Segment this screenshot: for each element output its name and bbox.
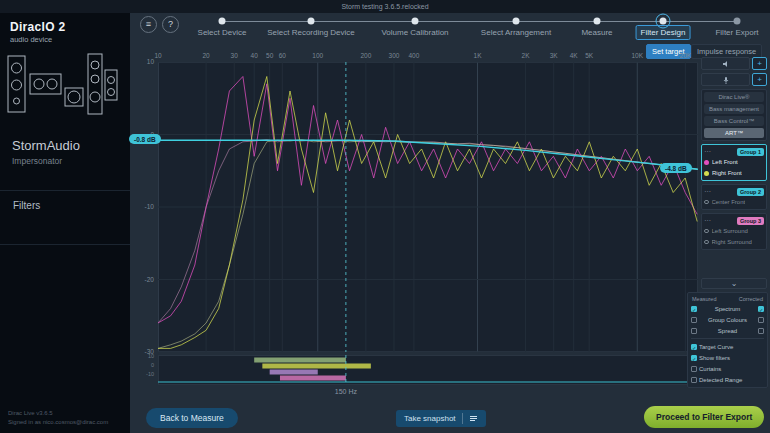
- legend-label: Spectrum: [699, 306, 756, 312]
- step-node-select-arrangement[interactable]: [513, 18, 520, 25]
- device-name: StormAudio: [0, 138, 130, 153]
- x-tick-4K: 4K: [570, 52, 578, 59]
- group-menu-icon[interactable]: ⋯: [704, 217, 711, 224]
- x-tick-3K: 3K: [550, 52, 558, 59]
- channel-dot: [704, 160, 709, 165]
- snapshot-label: Take snapshot: [404, 414, 456, 423]
- group-box-3[interactable]: ⋯Group 3Left SurroundRight Surround: [701, 213, 767, 250]
- step-select-recording-device[interactable]: Select Recording Device: [267, 28, 355, 37]
- mic-icon: [722, 76, 730, 84]
- channel-dot: [704, 229, 709, 234]
- signed-in-as: Signed in as nico.cosmos@dirac.com: [8, 418, 108, 428]
- mic-config-button[interactable]: [701, 73, 750, 86]
- checkbox-corrected-spectrum[interactable]: ✓: [758, 306, 764, 312]
- legend-column-measured: Measured: [692, 296, 716, 302]
- x-tick-60: 60: [279, 52, 286, 59]
- toggle-label: Show filters: [699, 355, 764, 361]
- module-art[interactable]: ART™: [704, 128, 764, 138]
- module-bass-management[interactable]: Bass management: [704, 104, 764, 114]
- snapshot-list-icon: [469, 414, 478, 423]
- step-measure[interactable]: Measure: [581, 28, 612, 37]
- target-handle-left[interactable]: -0.8 dB: [129, 134, 161, 144]
- checkbox-detected-range[interactable]: [691, 377, 697, 383]
- group-badge: Group 1: [737, 148, 764, 156]
- speaker-config-button[interactable]: [701, 57, 750, 70]
- toggle-row-curtains: Curtains: [691, 364, 764, 373]
- legend-label: Group Colours: [699, 317, 756, 323]
- chevron-down-icon[interactable]: ⌄: [701, 278, 767, 289]
- channel-label: Center Front: [712, 199, 746, 205]
- x-tick-200: 200: [360, 52, 371, 59]
- step-select-arrangement[interactable]: Select Arrangement: [481, 28, 551, 37]
- legend-divider: [691, 338, 764, 339]
- strip-tick-10: 10: [138, 353, 154, 359]
- step-node-measure[interactable]: [594, 18, 601, 25]
- checkbox-show-filters[interactable]: ✓: [691, 355, 697, 361]
- group-menu-icon[interactable]: ⋯: [704, 148, 711, 155]
- group-box-2[interactable]: ⋯Group 2Center Front: [701, 184, 767, 210]
- app-version: Dirac Live v3.6.5: [8, 409, 108, 419]
- menu-button[interactable]: ≡: [140, 16, 157, 33]
- add-group-button[interactable]: +: [752, 57, 767, 70]
- filter-band: [262, 364, 371, 369]
- x-tick-10K: 10K: [631, 52, 643, 59]
- step-filter-export[interactable]: Filter Export: [715, 28, 758, 37]
- channel-right-front[interactable]: Right Front: [704, 168, 764, 178]
- x-tick-40: 40: [251, 52, 258, 59]
- window-titlebar: Storm testing 3.6.5.relocked: [0, 0, 770, 13]
- sidebar-item-filters[interactable]: Filters: [0, 191, 130, 220]
- strip-tick--10: -10: [138, 371, 154, 377]
- group-header: ⋯Group 2: [704, 187, 764, 196]
- group-menu-icon[interactable]: ⋯: [704, 188, 711, 195]
- response-plot[interactable]: [158, 62, 698, 352]
- panel-button-row: +: [701, 57, 767, 70]
- window-title: Storm testing 3.6.5.relocked: [341, 3, 428, 10]
- checkbox-measured-spread[interactable]: [691, 328, 697, 334]
- checkbox-measured-spectrum[interactable]: ✓: [691, 306, 697, 312]
- step-volume-calibration[interactable]: Volume Calibration: [381, 28, 448, 37]
- step-select-device[interactable]: Select Device: [198, 28, 247, 37]
- step-node-filter-export[interactable]: [734, 18, 741, 25]
- right-front-measured-curve: [158, 77, 697, 349]
- legend-columns: MeasuredCorrected: [691, 296, 764, 302]
- channel-label: Right Surround: [712, 239, 752, 245]
- proceed-to-filter-export-button[interactable]: Proceed to Filter Export: [644, 406, 764, 428]
- brand-tagline: audio device: [10, 35, 120, 44]
- step-node-volume-calibration[interactable]: [412, 18, 419, 25]
- add-channel-button[interactable]: +: [752, 73, 767, 86]
- group-box-1[interactable]: ⋯Group 1Left FrontRight Front: [701, 144, 767, 181]
- take-snapshot-button[interactable]: Take snapshot: [396, 410, 486, 427]
- left-front-measured-curve: [158, 77, 697, 324]
- checkbox-corrected-spread[interactable]: [758, 328, 764, 334]
- brand-name: DiracIO 2: [10, 20, 120, 34]
- x-tick-30: 30: [231, 52, 238, 59]
- help-button[interactable]: ?: [162, 16, 179, 33]
- channel-center-front[interactable]: Center Front: [704, 197, 764, 207]
- x-tick-100: 100: [312, 52, 323, 59]
- checkbox-curtains[interactable]: [691, 366, 697, 372]
- x-tick-20: 20: [202, 52, 209, 59]
- step-node-select-device[interactable]: [219, 18, 226, 25]
- y-tick--10: -10: [132, 203, 154, 210]
- device-model: Impersonator: [0, 156, 130, 166]
- hamburger-icon: ≡: [146, 19, 151, 29]
- channel-left-surround[interactable]: Left Surround: [704, 226, 764, 236]
- step-node-select-recording-device[interactable]: [308, 18, 315, 25]
- target-handle-right[interactable]: -4.8 dB: [660, 163, 692, 173]
- channel-right-surround[interactable]: Right Surround: [704, 237, 764, 247]
- step-node-filter-design[interactable]: [660, 18, 667, 25]
- checkbox-target-curve[interactable]: ✓: [691, 344, 697, 350]
- step-filter-design[interactable]: Filter Design: [636, 25, 691, 40]
- filter-strip: [158, 355, 698, 385]
- channel-left-front[interactable]: Left Front: [704, 157, 764, 167]
- toggle-label: Detected Range: [699, 377, 764, 383]
- group-badge: Group 3: [737, 217, 764, 225]
- app-window: Storm testing 3.6.5.relocked DiracIO 2 a…: [0, 0, 770, 433]
- left-front-corrected-curve: [158, 140, 697, 323]
- module-bass-control[interactable]: Bass Control™: [704, 116, 764, 126]
- back-to-measure-button[interactable]: Back to Measure: [146, 408, 238, 428]
- checkbox-corrected-group-colours[interactable]: [758, 317, 764, 323]
- checkbox-measured-group-colours[interactable]: [691, 317, 697, 323]
- module-dirac-live[interactable]: Dirac Live®: [704, 92, 764, 102]
- strip-tick-0: 0: [138, 362, 154, 368]
